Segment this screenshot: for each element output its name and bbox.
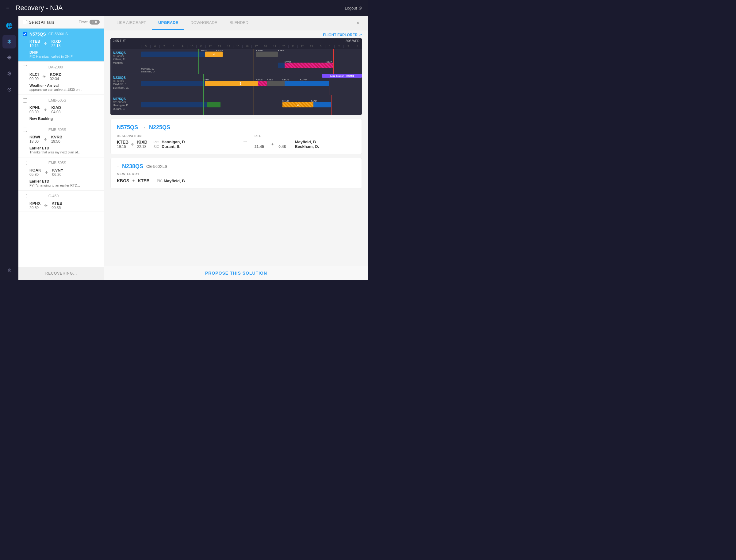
reservation-block: RESERVATION KTEB 19:15 ✈ KIXD 22:18: [117, 134, 234, 149]
gantt-block-darkblue-1: [285, 81, 329, 86]
left-panel-header: Select All Tails Time: ZUL: [18, 16, 104, 29]
aircraft-type: CE-560XLS: [48, 32, 68, 36]
aircraft-item-n575qs[interactable]: N575QS CE-560XLS KTEB 19:15 ✈ KIXD 22:18: [18, 29, 104, 62]
gantt-block-orange-2: [205, 81, 223, 86]
propose-solution-button[interactable]: PROPOSE THIS SOLUTION: [205, 271, 267, 276]
titlebar: ≡ Recovery - NJA Logout ⎋: [0, 0, 368, 16]
note-text: FYI *changing to an earlier RTD...: [29, 183, 100, 187]
gantt-block-orangestripe-1: 2: [283, 102, 314, 107]
logout-button[interactable]: Logout ⎋: [345, 5, 362, 11]
solution-to-tail: N225QS: [149, 124, 170, 131]
aircraft-tail: N448QS: [29, 194, 46, 199]
aircraft-checkbox-n448qs[interactable]: [23, 194, 27, 198]
gantt-red-line-3: [331, 95, 332, 115]
gantt-block-blue-1: [141, 52, 205, 57]
aircraft-item-n277qs[interactable]: N277QS DA-2000 KLCI 00:00 ✈ KORD 02:34: [18, 62, 104, 95]
gantt-block-pink-1: [285, 63, 333, 68]
sidebar-icon-globe[interactable]: 🌐: [2, 19, 16, 33]
ferry-up-icon: ↑: [117, 164, 119, 169]
ferry-pic-label: PIC: [157, 179, 163, 183]
aircraft-checkbox-n412qs[interactable]: [23, 161, 27, 165]
logout-label: Logout: [345, 6, 357, 10]
solution-details: RESERVATION KTEB 19:15 ✈ KIXD 22:18: [117, 134, 356, 149]
gantt-label-line-station: Line Station · KCMH: [322, 74, 362, 78]
ferry-tail: N238QS: [122, 163, 143, 170]
sidebar-icon-settings[interactable]: ⚙: [2, 67, 16, 80]
tab-downgrade[interactable]: DOWNGRADE: [184, 16, 223, 30]
aircraft-tail: N340QS: [29, 98, 46, 103]
solution-section: N575QS → N225QS RESERVATION KTEB 19:15: [110, 119, 362, 154]
sidebar-icon-recovery[interactable]: ❄: [2, 35, 16, 48]
aircraft-tail: N412QS: [29, 160, 46, 165]
solution-arrow-icon: →: [141, 125, 146, 130]
plane-icon: ✈: [44, 203, 48, 208]
close-button[interactable]: ×: [354, 19, 362, 28]
timeline-date-bar: 2/05 TUE 2/06 WED: [110, 38, 362, 44]
left-footer: RECOVERING...: [18, 267, 104, 280]
aircraft-tail: N575QS: [29, 32, 46, 37]
aircraft-item-n448qs[interactable]: N448QS G-450 KPHX 20:30 ✈ KTEB 00:35: [18, 191, 104, 211]
ferry-route: KBOS ✈ KTEB PIC Mayfield, B.: [117, 178, 356, 183]
left-panel: Select All Tails Time: ZUL N575QS CE-560…: [18, 16, 104, 280]
plane-detail-icon: ✈: [131, 142, 135, 147]
rtd-label: RTD: [255, 134, 319, 138]
gantt-block-blue-3: [141, 81, 205, 86]
aircraft-checkbox-n277qs[interactable]: [23, 65, 27, 69]
tab-like-aircraft[interactable]: LIKE AIRCRAFT: [110, 16, 152, 30]
sidebar-icon-alerts[interactable]: ⊙: [2, 83, 16, 96]
gantt-block-blue-4: [141, 102, 207, 107]
select-all-tails[interactable]: Select All Tails: [23, 20, 54, 25]
ferry-label: NEW FERRY: [117, 172, 356, 176]
aircraft-item-n412qs[interactable]: N412QS EMB-505S KOAK 05:30 ✈ KVNY 06:20: [18, 157, 104, 191]
aircraft-list: N575QS CE-560XLS KTEB 19:15 ✈ KIXD 22:18: [18, 29, 104, 267]
tab-upgrade[interactable]: UPGRADE: [152, 16, 184, 30]
gantt-block-gray-1: [256, 52, 278, 57]
select-all-checkbox[interactable]: [23, 20, 27, 24]
plane-icon: ✈: [42, 74, 46, 79]
content-area: FLIGHT EXPLORER ↗ 2/05 TUE 2/06 WED: [104, 30, 368, 266]
sidebar-icon-analytics[interactable]: ✳: [2, 51, 16, 64]
gantt-block-orange-1: 4: [205, 52, 223, 57]
external-link-icon: ↗: [359, 33, 362, 37]
ferry-type: CE-560XLS: [146, 164, 168, 169]
tab-blended[interactable]: BLENDED: [223, 16, 254, 30]
gantt-block-gray-2: [267, 81, 285, 86]
aircraft-checkbox-n340qs[interactable]: [23, 98, 27, 102]
plane-icon: ✈: [44, 137, 48, 142]
aircraft-checkbox-n575qs[interactable]: [23, 32, 27, 36]
note-text: PIC Hannigan called in DNIF: [29, 55, 100, 58]
time-control: Time: ZUL: [79, 20, 100, 25]
tabs-bar: LIKE AIRCRAFT UPGRADE DOWNGRADE BLENDED …: [104, 16, 368, 30]
aircraft-tail: N371QS: [29, 127, 46, 132]
timeline-row-n225qs: N225QS CL-650S Kittens, F.Mooken, T. KPT…: [110, 49, 362, 74]
aircraft-checkbox-n371qs[interactable]: [23, 128, 27, 132]
sidebar-icon-logout[interactable]: ⎋: [2, 263, 16, 277]
flight-explorer-header: FLIGHT EXPLORER ↗: [104, 30, 368, 38]
aircraft-type: DA-2000: [48, 65, 63, 69]
rtd-arrow-icon: →: [242, 138, 248, 145]
gantt-green-line: [199, 49, 199, 74]
aircraft-type: EMB-505S: [48, 98, 66, 102]
aircraft-item-n340qs[interactable]: N340QS EMB-505S KPHL 03:30 ✈ KIAD 04:08: [18, 95, 104, 124]
aircraft-type: EMB-505S: [48, 161, 66, 165]
timeline-row-n238qs: N238QS CL-650S Mayfield, B.Beckham, O. L…: [110, 74, 362, 95]
ferry-pic-name: Mayfield, B.: [164, 179, 186, 183]
flight-explorer-link[interactable]: FLIGHT EXPLORER ↗: [323, 33, 362, 37]
plane-rtd-icon: ✈: [271, 142, 274, 147]
gantt-block-green-1: [207, 102, 221, 107]
propose-bar: PROPOSE THIS SOLUTION: [104, 266, 368, 280]
note-title: Earlier ETD: [29, 179, 100, 183]
zul-toggle[interactable]: ZUL: [90, 20, 100, 25]
hamburger-menu-icon[interactable]: ≡: [6, 5, 10, 11]
note-title: Earlier ETD: [29, 146, 100, 150]
aircraft-item-n371qs[interactable]: N371QS EMB-505S KBWI 18:00 ✈ KVRB 19:50: [18, 124, 104, 157]
timeline-visualization: 2/05 TUE 2/06 WED 5 6 7 8 9 10: [110, 38, 362, 115]
gantt-green-line-2: [203, 74, 204, 95]
gantt-now-line: [254, 49, 254, 74]
solution-title: N575QS → N225QS: [117, 124, 356, 131]
aircraft-type: G-450: [48, 194, 59, 198]
right-panel: LIKE AIRCRAFT UPGRADE DOWNGRADE BLENDED …: [104, 16, 368, 280]
ferry-title: ↑ N238QS CE-560XLS: [117, 163, 356, 170]
app-title: Recovery - NJA: [16, 4, 345, 12]
solution-from-tail: N575QS: [117, 124, 138, 131]
